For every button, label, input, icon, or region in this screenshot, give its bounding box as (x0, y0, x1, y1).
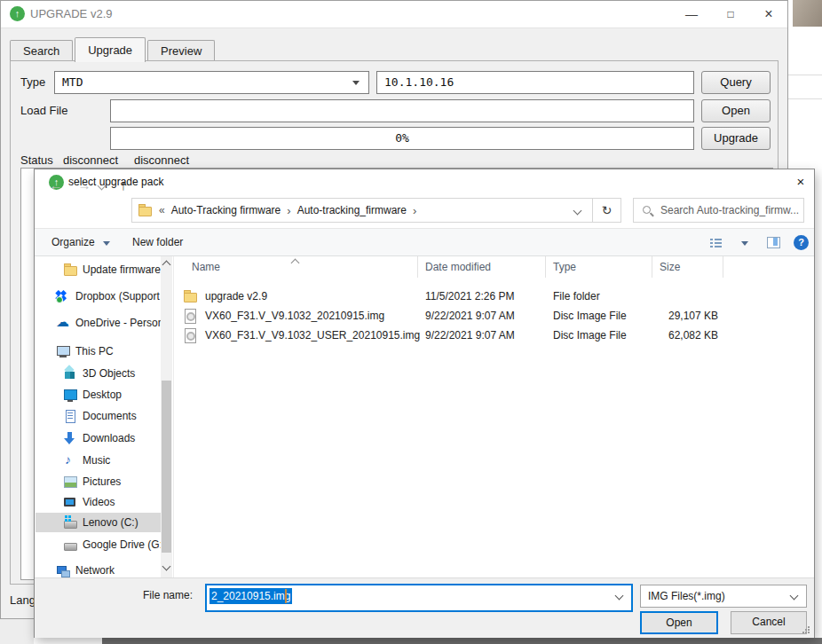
dialog-open-button[interactable]: Open (640, 611, 718, 634)
sidebar-item-label: OneDrive - Person (75, 317, 161, 329)
view-chevron-icon[interactable] (741, 241, 748, 246)
resize-grip[interactable] (802, 626, 810, 634)
close-button[interactable]: × (750, 1, 787, 27)
search-box[interactable]: Search Auto-tracking_firmw... (633, 198, 804, 223)
scrollbar-thumb[interactable] (162, 381, 171, 553)
background-photo-fragment (793, 0, 822, 27)
text-cursor (285, 589, 287, 603)
dialog-close-icon[interactable]: × (787, 169, 814, 194)
breadcrumb-item[interactable]: Auto-Tracking firmware (171, 204, 281, 216)
film-icon (63, 495, 77, 509)
breadcrumb-item[interactable]: Auto-tracking_firmware (297, 204, 407, 216)
titlebar-separator (1, 27, 787, 28)
tab-bar: Search Upgrade Preview (10, 37, 217, 61)
screen: UPGRADE v2.9 — □ × Search Upgrade Previe… (0, 0, 822, 644)
forward-icon[interactable]: → (74, 176, 95, 195)
type-select[interactable]: MTD (54, 71, 369, 94)
sidebar-item-label: Network (75, 564, 115, 577)
list-view-icon[interactable] (709, 236, 723, 250)
column-header-type[interactable]: Type (553, 256, 576, 278)
query-button[interactable]: Query (701, 71, 771, 94)
address-bar[interactable]: « Auto-Tracking firmware › Auto-tracking… (131, 198, 593, 223)
sidebar-item-desktop[interactable]: Desktop (36, 385, 161, 404)
breadcrumb-collapse[interactable]: « (159, 204, 165, 216)
ip-address-field[interactable]: 10.1.10.16 (376, 71, 694, 94)
tab-upgrade[interactable]: Upgrade (75, 37, 146, 62)
search-placeholder: Search Auto-tracking_firmw... (660, 199, 799, 222)
sidebar-item-documents[interactable]: Documents (36, 406, 161, 426)
dialog-cancel-button[interactable]: Cancel (731, 611, 807, 634)
sidebar-item-label: Lenovo (C:) (83, 516, 138, 529)
upgrade-progress-bar: 0% (110, 127, 694, 150)
chevron-down-icon[interactable] (615, 592, 624, 601)
file-name: upgrade v2.9 (205, 287, 267, 306)
type-select-value: MTD (62, 72, 83, 93)
load-file-field[interactable] (110, 99, 694, 122)
load-file-label: Load File (20, 99, 67, 122)
file-date: 11/5/2021 2:26 PM (425, 287, 515, 306)
file-size: 62,082 KB (652, 326, 718, 345)
file-row-img-2[interactable]: VX60_F31.V_V9.1032_USER_20210915.img 9/2… (174, 326, 807, 345)
file-row-img-1[interactable]: VX60_F31.V_V9.1032_20210915.img 9/22/202… (174, 306, 807, 326)
help-icon[interactable]: ? (794, 235, 809, 250)
file-name: VX60_F31.V_V9.1032_USER_20210915.img (205, 326, 420, 345)
file-type-select[interactable]: IMG Files(*.img) (640, 585, 807, 608)
back-icon[interactable]: ← (45, 176, 67, 195)
organize-button[interactable]: Organize (51, 229, 95, 256)
column-divider[interactable] (545, 256, 546, 278)
sidebar-item-label: 3D Objects (83, 367, 135, 380)
column-divider[interactable] (417, 256, 418, 278)
file-row-upgrade-v29[interactable]: upgrade v2.9 11/5/2021 2:26 PM File fold… (174, 287, 807, 306)
refresh-button[interactable]: ↻ (593, 198, 621, 223)
tab-label: Preview (161, 44, 202, 58)
status-value-2: disconnect (134, 153, 189, 167)
tab-search[interactable]: Search (10, 40, 73, 61)
preview-pane-icon[interactable] (766, 235, 780, 249)
sort-ascending-icon (291, 259, 300, 268)
status-value-1: disconnect (63, 153, 118, 167)
breadcrumb-separator: › (413, 204, 416, 217)
app-titlebar[interactable]: UPGRADE v2.9 — □ × (1, 1, 787, 27)
chevron-down-icon (790, 592, 799, 601)
select-upgrade-pack-dialog: select upgrade pack × ← → ↑ « Auto-Track… (34, 169, 815, 638)
sidebar-item-3d-objects[interactable]: 3D Objects (36, 364, 161, 383)
column-header-name[interactable]: Name (192, 256, 220, 278)
sidebar-item-this-pc[interactable]: This PC (36, 342, 161, 361)
column-header-size[interactable]: Size (660, 256, 680, 278)
sidebar-item-update-firmware[interactable]: Update firmware (36, 260, 161, 279)
sidebar-item-pictures[interactable]: Pictures (36, 472, 161, 491)
file-type: File folder (553, 287, 600, 306)
desktop-background (0, 619, 34, 644)
column-header-date-modified[interactable]: Date modified (425, 256, 491, 278)
dropbox-icon (56, 289, 70, 303)
upgrade-button[interactable]: Upgrade (701, 127, 771, 150)
minimize-button[interactable]: — (672, 1, 711, 27)
sidebar-item-google-drive[interactable]: Google Drive (G: (36, 535, 161, 554)
sidebar-item-label: Pictures (83, 475, 121, 488)
up-icon[interactable]: ↑ (113, 176, 134, 195)
sidebar-item-label: Downloads (83, 432, 135, 444)
sidebar-item-videos[interactable]: Videos (36, 492, 161, 512)
file-type: Disc Image File (553, 326, 627, 345)
sidebar-item-dropbox[interactable]: Dropbox (Support (36, 287, 161, 306)
new-folder-button[interactable]: New folder (132, 229, 183, 256)
maximize-button[interactable]: □ (711, 1, 750, 27)
sidebar-item-label: Documents (83, 410, 137, 422)
folder-icon (138, 203, 152, 217)
file-name-value: 2_20210915.img (209, 588, 292, 604)
tab-preview[interactable]: Preview (147, 40, 215, 61)
sidebar-item-onedrive[interactable]: OneDrive - Person (36, 313, 161, 333)
dialog-titlebar[interactable]: select upgrade pack × (35, 169, 814, 194)
column-divider[interactable] (723, 256, 723, 278)
document-icon (63, 409, 77, 423)
sidebar-item-downloads[interactable]: Downloads (36, 428, 161, 448)
sidebar-item-music[interactable]: Music (36, 451, 161, 470)
sidebar-item-label: Music (83, 454, 110, 467)
file-size: 29,107 KB (652, 306, 718, 326)
column-divider[interactable] (652, 256, 652, 278)
sidebar-item-lenovo-c[interactable]: Lenovo (C:) (36, 513, 161, 532)
open-file-button[interactable]: Open (701, 99, 771, 122)
file-name-label: File name: (143, 589, 193, 601)
app-logo-icon (10, 6, 25, 21)
file-name-input[interactable]: 2_20210915.img (205, 584, 633, 612)
